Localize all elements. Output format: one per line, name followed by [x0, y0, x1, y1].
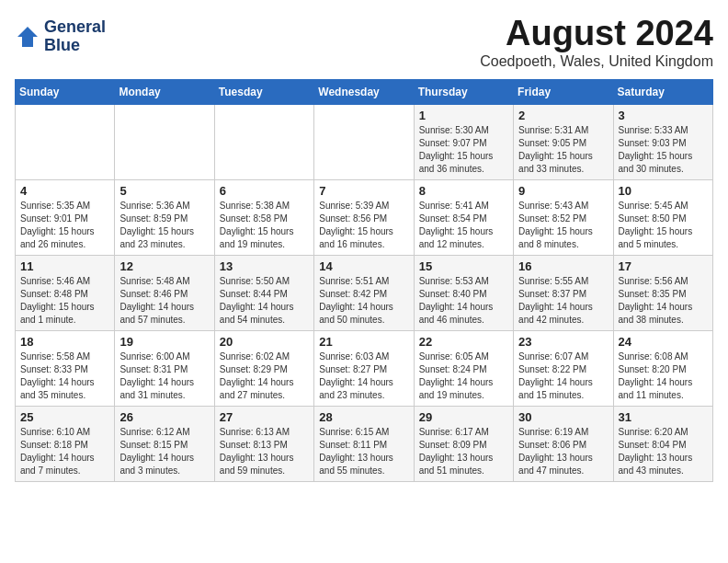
calendar-cell: 30Sunrise: 6:19 AMSunset: 8:06 PMDayligh…	[514, 406, 613, 481]
weekday-header: Sunday	[16, 79, 115, 104]
calendar-cell: 19Sunrise: 6:00 AMSunset: 8:31 PMDayligh…	[115, 330, 214, 406]
day-number: 6	[220, 184, 309, 198]
logo-line2: Blue	[44, 37, 106, 55]
calendar-cell: 24Sunrise: 6:08 AMSunset: 8:20 PMDayligh…	[613, 330, 712, 406]
calendar-cell	[115, 104, 214, 179]
day-number: 15	[419, 259, 508, 273]
page-header: General Blue August 2024 Coedpoeth, Wale…	[15, 15, 713, 70]
day-info: Sunrise: 5:38 AMSunset: 8:58 PMDaylight:…	[220, 200, 309, 251]
day-info: Sunrise: 5:53 AMSunset: 8:40 PMDaylight:…	[419, 275, 508, 327]
day-info: Sunrise: 6:19 AMSunset: 8:06 PMDaylight:…	[518, 426, 608, 477]
calendar-cell: 6Sunrise: 5:38 AMSunset: 8:58 PMDaylight…	[214, 179, 313, 255]
day-number: 5	[119, 184, 209, 198]
calendar-cell: 31Sunrise: 6:20 AMSunset: 8:04 PMDayligh…	[613, 406, 712, 481]
day-info: Sunrise: 5:48 AMSunset: 8:46 PMDaylight:…	[119, 275, 209, 327]
day-info: Sunrise: 5:31 AMSunset: 9:05 PMDaylight:…	[518, 124, 608, 176]
calendar-table: SundayMondayTuesdayWednesdayThursdayFrid…	[15, 79, 713, 482]
calendar-cell: 25Sunrise: 6:10 AMSunset: 8:18 PMDayligh…	[16, 406, 115, 481]
day-number: 18	[20, 335, 109, 349]
day-number: 7	[319, 184, 408, 198]
calendar-cell: 5Sunrise: 5:36 AMSunset: 8:59 PMDaylight…	[115, 179, 214, 255]
calendar-cell	[214, 104, 313, 179]
calendar-cell: 27Sunrise: 6:13 AMSunset: 8:13 PMDayligh…	[214, 406, 313, 481]
day-info: Sunrise: 6:00 AMSunset: 8:31 PMDaylight:…	[119, 350, 209, 402]
weekday-header: Wednesday	[314, 79, 414, 104]
day-info: Sunrise: 5:43 AMSunset: 8:52 PMDaylight:…	[518, 200, 608, 251]
weekday-header: Tuesday	[214, 79, 313, 104]
calendar-cell: 1Sunrise: 5:30 AMSunset: 9:07 PMDaylight…	[414, 104, 513, 179]
day-info: Sunrise: 5:56 AMSunset: 8:35 PMDaylight:…	[619, 275, 708, 327]
day-info: Sunrise: 5:36 AMSunset: 8:59 PMDaylight:…	[119, 200, 209, 251]
calendar-cell: 8Sunrise: 5:41 AMSunset: 8:54 PMDaylight…	[414, 179, 513, 255]
calendar-subtitle: Coedpoeth, Wales, United Kingdom	[480, 53, 713, 70]
calendar-week-row: 18Sunrise: 5:58 AMSunset: 8:33 PMDayligh…	[16, 330, 713, 406]
calendar-cell: 14Sunrise: 5:51 AMSunset: 8:42 PMDayligh…	[314, 255, 414, 330]
day-info: Sunrise: 5:33 AMSunset: 9:03 PMDaylight:…	[619, 124, 708, 176]
day-number: 14	[319, 259, 408, 273]
logo: General Blue	[15, 18, 106, 55]
day-number: 1	[419, 109, 508, 122]
day-info: Sunrise: 6:17 AMSunset: 8:09 PMDaylight:…	[419, 426, 508, 477]
day-number: 3	[619, 109, 708, 122]
calendar-cell: 26Sunrise: 6:12 AMSunset: 8:15 PMDayligh…	[115, 406, 214, 481]
logo-icon	[15, 24, 40, 50]
calendar-cell: 28Sunrise: 6:15 AMSunset: 8:11 PMDayligh…	[314, 406, 414, 481]
day-info: Sunrise: 5:35 AMSunset: 9:01 PMDaylight:…	[20, 200, 109, 251]
day-info: Sunrise: 6:07 AMSunset: 8:22 PMDaylight:…	[518, 350, 608, 402]
day-info: Sunrise: 5:51 AMSunset: 8:42 PMDaylight:…	[319, 275, 408, 327]
calendar-week-row: 25Sunrise: 6:10 AMSunset: 8:18 PMDayligh…	[16, 406, 713, 481]
calendar-cell: 9Sunrise: 5:43 AMSunset: 8:52 PMDaylight…	[514, 179, 613, 255]
weekday-header: Friday	[514, 79, 613, 104]
weekday-header: Saturday	[613, 79, 712, 104]
day-info: Sunrise: 6:05 AMSunset: 8:24 PMDaylight:…	[419, 350, 508, 402]
calendar-week-row: 1Sunrise: 5:30 AMSunset: 9:07 PMDaylight…	[16, 104, 713, 179]
day-number: 13	[220, 259, 309, 273]
calendar-cell	[314, 104, 414, 179]
weekday-header-row: SundayMondayTuesdayWednesdayThursdayFrid…	[16, 79, 713, 104]
day-number: 4	[20, 184, 109, 198]
calendar-cell: 20Sunrise: 6:02 AMSunset: 8:29 PMDayligh…	[214, 330, 313, 406]
calendar-cell: 29Sunrise: 6:17 AMSunset: 8:09 PMDayligh…	[414, 406, 513, 481]
calendar-cell: 21Sunrise: 6:03 AMSunset: 8:27 PMDayligh…	[314, 330, 414, 406]
day-number: 2	[518, 109, 608, 122]
calendar-cell: 7Sunrise: 5:39 AMSunset: 8:56 PMDaylight…	[314, 179, 414, 255]
day-info: Sunrise: 6:12 AMSunset: 8:15 PMDaylight:…	[119, 426, 209, 477]
calendar-cell	[16, 104, 115, 179]
day-info: Sunrise: 5:30 AMSunset: 9:07 PMDaylight:…	[419, 124, 508, 176]
day-number: 8	[419, 184, 508, 198]
day-number: 29	[419, 410, 508, 424]
day-info: Sunrise: 5:39 AMSunset: 8:56 PMDaylight:…	[319, 200, 408, 251]
day-number: 31	[619, 410, 708, 424]
calendar-cell: 11Sunrise: 5:46 AMSunset: 8:48 PMDayligh…	[16, 255, 115, 330]
calendar-cell: 4Sunrise: 5:35 AMSunset: 9:01 PMDaylight…	[16, 179, 115, 255]
calendar-cell: 2Sunrise: 5:31 AMSunset: 9:05 PMDaylight…	[514, 104, 613, 179]
day-number: 27	[220, 410, 309, 424]
calendar-week-row: 11Sunrise: 5:46 AMSunset: 8:48 PMDayligh…	[16, 255, 713, 330]
day-number: 10	[619, 184, 708, 198]
day-number: 23	[518, 335, 608, 349]
day-number: 16	[518, 259, 608, 273]
day-number: 9	[518, 184, 608, 198]
day-number: 12	[119, 259, 209, 273]
day-number: 26	[119, 410, 209, 424]
day-number: 30	[518, 410, 608, 424]
day-info: Sunrise: 5:46 AMSunset: 8:48 PMDaylight:…	[20, 275, 109, 327]
day-info: Sunrise: 5:58 AMSunset: 8:33 PMDaylight:…	[20, 350, 109, 402]
calendar-cell: 22Sunrise: 6:05 AMSunset: 8:24 PMDayligh…	[414, 330, 513, 406]
day-number: 22	[419, 335, 508, 349]
title-section: August 2024 Coedpoeth, Wales, United Kin…	[480, 15, 713, 70]
calendar-title: August 2024	[480, 15, 713, 53]
day-number: 21	[319, 335, 408, 349]
weekday-header: Monday	[115, 79, 214, 104]
calendar-cell: 13Sunrise: 5:50 AMSunset: 8:44 PMDayligh…	[214, 255, 313, 330]
calendar-cell: 17Sunrise: 5:56 AMSunset: 8:35 PMDayligh…	[613, 255, 712, 330]
day-number: 25	[20, 410, 109, 424]
day-number: 20	[220, 335, 309, 349]
calendar-cell: 12Sunrise: 5:48 AMSunset: 8:46 PMDayligh…	[115, 255, 214, 330]
calendar-week-row: 4Sunrise: 5:35 AMSunset: 9:01 PMDaylight…	[16, 179, 713, 255]
day-info: Sunrise: 6:02 AMSunset: 8:29 PMDaylight:…	[220, 350, 309, 402]
day-info: Sunrise: 6:15 AMSunset: 8:11 PMDaylight:…	[319, 426, 408, 477]
day-info: Sunrise: 5:45 AMSunset: 8:50 PMDaylight:…	[619, 200, 708, 251]
calendar-cell: 18Sunrise: 5:58 AMSunset: 8:33 PMDayligh…	[16, 330, 115, 406]
day-number: 11	[20, 259, 109, 273]
